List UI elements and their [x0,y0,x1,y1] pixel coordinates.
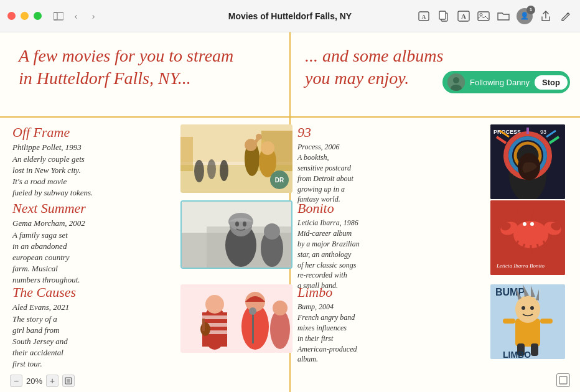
svg-point-46 [200,322,210,336]
svg-rect-50 [252,312,254,343]
svg-point-19 [194,160,204,182]
svg-point-34 [235,222,239,226]
svg-rect-1 [54,12,63,20]
svg-point-21 [220,160,228,181]
svg-rect-96 [531,343,538,356]
svg-point-51 [249,307,256,315]
sidebar-toggle-icon[interactable] [52,9,65,23]
horizontal-divider [0,116,580,118]
svg-rect-99 [67,379,70,383]
svg-point-53 [273,301,288,315]
svg-text:BUMP: BUMP [495,287,525,297]
movie-2-text: Next Summer Gema Morcham, 2002A family s… [12,200,174,286]
user-avatar[interactable]: 👤 1 [517,8,533,24]
album-1-thumbnail: PROCESS 93 [490,124,565,199]
movie-entry-1: Off Frame Philippe Pollet, 1993An elderl… [12,124,292,198]
svg-point-11 [453,77,459,83]
svg-point-35 [243,222,246,226]
svg-point-37 [264,223,280,240]
canvas: Following Danny Stop A few movies for yo… [0,32,580,392]
zoom-level: 20% [26,376,42,386]
following-banner: Following Danny Stop [442,71,570,93]
text-icon[interactable]: A [417,9,431,23]
edit-icon[interactable] [559,9,573,23]
album-2-title: Bonito [297,200,484,217]
svg-point-27 [256,134,262,140]
svg-rect-0 [54,12,57,20]
forward-icon[interactable]: › [87,9,100,23]
zoom-in-button[interactable]: + [46,375,58,387]
close-button[interactable] [7,12,16,20]
text-format-icon[interactable]: A [457,9,470,23]
title-left: A few movies for you to streamin Hutteld… [19,45,280,90]
movie-entry-3: The Causes Aled Evans, 2021The story of … [12,284,292,370]
fullscreen-icon[interactable] [556,373,570,387]
album-entry-2: Bonito Leticia Ibarra, 1986Mid-career al… [297,200,565,291]
movie-3-text: The Causes Aled Evans, 2021The story of … [12,284,174,370]
nav-buttons: ‹ › [52,9,100,23]
traffic-lights [7,12,42,20]
movie-3-meta: Aled Evans, 2021The story of agirl band … [12,302,174,370]
svg-point-80 [523,222,526,226]
svg-point-81 [530,222,534,226]
toolbar-tools: A A 👤 [417,8,573,24]
svg-rect-47 [202,319,205,331]
svg-rect-42 [202,315,227,319]
movie-1-text: Off Frame Philippe Pollet, 1993An elderl… [12,124,174,198]
album-2-thumbnail: Leticia Ibarra Bonito [490,200,565,275]
movie-2-meta: Gema Morcham, 2002A family saga setin an… [12,218,174,286]
zoom-controls: − 20% + [10,375,75,387]
svg-rect-8 [478,12,489,21]
svg-rect-5 [439,11,446,19]
copy-icon[interactable] [437,9,451,23]
minimize-button[interactable] [21,12,29,20]
movie-3-thumbnail [180,284,292,353]
svg-point-91 [522,306,525,310]
album-entry-3: Limbo Bump, 2004French angry bandmixes i… [297,284,565,365]
dr-badge: DR [270,170,289,189]
svg-rect-94 [540,319,553,324]
movie-1-title: Off Frame [12,124,174,141]
svg-text:A: A [461,12,466,20]
svg-point-45 [205,295,224,314]
fullscreen-button[interactable] [34,12,42,20]
svg-text:Leticia Ibarra Bonito: Leticia Ibarra Bonito [496,263,545,269]
share-icon[interactable] [539,9,553,23]
back-icon[interactable]: ‹ [69,9,83,23]
image-icon[interactable] [477,9,490,23]
movie-3-title: The Causes [12,284,174,301]
album-2-text: Bonito Leticia Ibarra, 1986Mid-career al… [297,200,484,291]
movie-2-title: Next Summer [12,200,174,217]
titlebar: ‹ › Movies of Hutteldorf Falls, NY A A [0,0,580,32]
svg-point-92 [530,306,534,310]
album-1-meta: Process, 2006A bookish,sensitive postcar… [297,142,484,205]
stop-button[interactable]: Stop [535,75,568,90]
movie-1-thumbnail: DR [180,124,292,193]
svg-rect-100 [559,376,567,384]
album-1-text: 93 Process, 2006A bookish,sensitive post… [297,124,484,205]
page-title: Movies of Hutteldorf Falls, NY [228,11,352,21]
svg-text:93: 93 [540,129,546,135]
album-3-title: Limbo [297,284,484,301]
svg-text:LIMBO: LIMBO [503,350,531,359]
folder-icon[interactable] [497,9,510,23]
svg-point-20 [207,159,216,179]
album-1-title: 93 [297,124,484,141]
album-entry-1: 93 Process, 2006A bookish,sensitive post… [297,124,565,205]
movie-2-thumbnail [180,200,292,269]
svg-rect-93 [503,319,515,324]
album-3-text: Limbo Bump, 2004French angry bandmixes i… [297,284,484,365]
following-text: Following Danny [470,78,530,87]
svg-text:A: A [422,14,426,20]
album-2-meta: Leticia Ibarra, 1986Mid-career albumby a… [297,218,484,291]
fit-page-button[interactable] [62,375,75,387]
movie-entry-2: Next Summer Gema Morcham, 2002A family s… [12,200,292,286]
zoom-out-button[interactable]: − [10,375,22,387]
svg-point-25 [261,141,274,155]
album-3-thumbnail: BUMP [490,284,565,359]
user-count: 1 [526,6,535,14]
movie-1-meta: Philippe Pollet, 1993An elderly couple g… [12,142,174,198]
album-3-meta: Bump, 2004French angry bandmixes influen… [297,302,484,365]
following-avatar [447,73,465,91]
